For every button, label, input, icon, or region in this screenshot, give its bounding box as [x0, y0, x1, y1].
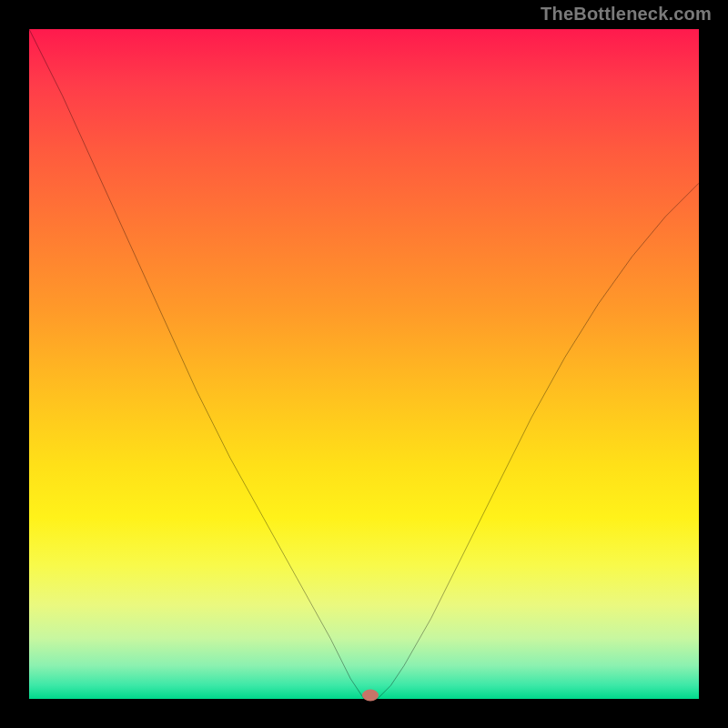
optimal-point-marker: [362, 690, 379, 702]
chart-frame: TheBottleneck.com: [0, 0, 728, 728]
bottleneck-curve: [29, 29, 699, 699]
plot-area: [29, 29, 699, 699]
watermark-label: TheBottleneck.com: [541, 4, 712, 25]
